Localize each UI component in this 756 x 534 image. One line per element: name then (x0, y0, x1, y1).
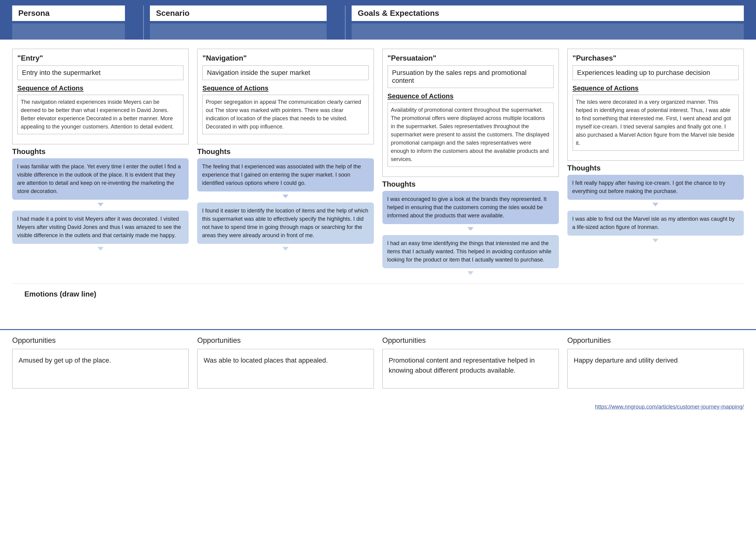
header-goals-col: Goals & Expectations (352, 6, 744, 39)
purchases-actions: The isles were decorated in a very organ… (573, 95, 739, 151)
footer-link[interactable]: https://www.nngroup.com/articles/custome… (595, 404, 744, 410)
purchases-column: "Purchases" Experiences leading up to pu… (567, 49, 744, 271)
opp-navigation-box: Was able to located places that appealed… (197, 349, 374, 389)
header-scenario-col: Scenario (150, 6, 327, 39)
purchases-sequence-header: Sequence of Actions (573, 84, 739, 92)
purchases-title: "Purchases" (573, 54, 739, 63)
emotions-label: Emotions (draw line) (24, 290, 96, 298)
navigation-column: "Navigation" Navigation inside the super… (197, 49, 374, 271)
purchases-thought2: I was able to find out the Marvel isle a… (567, 211, 744, 236)
purchases-thought1: I felt really happy after having ice-cre… (567, 175, 744, 200)
scenario-input[interactable] (150, 23, 327, 39)
opp-entry-col: Opportunities Amused by get up of the pl… (12, 336, 189, 389)
persuasion-thoughts-label: Thoughts (382, 180, 559, 189)
goals-input[interactable] (352, 23, 744, 39)
opp-entry-box: Amused by get up of the place. (12, 349, 189, 389)
entry-thought1: I was familiar with the place. Yet every… (12, 158, 189, 200)
opp-navigation-title: Opportunities (197, 336, 374, 344)
navigation-actions: Proper segregation in appeal The communi… (202, 95, 368, 134)
purchases-subtitle: Experiences leading up to purchase decis… (573, 65, 739, 80)
entry-stage-card: "Entry" Entry into the supermarket Seque… (12, 49, 189, 144)
opp-purchases-title: Opportunities (567, 336, 744, 344)
navigation-thoughts-label: Thoughts (197, 147, 374, 156)
entry-subtitle: Entry into the supermarket (17, 65, 183, 80)
footer: https://www.nngroup.com/articles/custome… (0, 401, 756, 413)
journey-row: "Entry" Entry into the supermarket Seque… (12, 49, 744, 271)
persuasion-sequence-header: Sequence of Actions (388, 92, 554, 100)
emotions-row: Emotions (draw line) (12, 283, 744, 320)
purchases-stage-card: "Purchases" Experiences leading up to pu… (567, 49, 744, 161)
opportunities-section: Opportunities Amused by get up of the pl… (0, 329, 756, 401)
purchases-thoughts-label: Thoughts (567, 164, 744, 172)
navigation-title: "Navigation" (202, 54, 368, 63)
opp-entry-title: Opportunities (12, 336, 189, 344)
opp-purchases-col: Opportunities Happy departure and utilit… (567, 336, 744, 389)
entry-title: "Entry" (17, 54, 183, 63)
opportunities-row: Opportunities Amused by get up of the pl… (12, 336, 744, 389)
opp-persuasion-col: Opportunities Promotional content and re… (382, 336, 559, 389)
persuasion-column: "Persuataion" Pursuation by the sales re… (382, 49, 559, 271)
navigation-thought2: I found it easier to identify the locati… (197, 202, 374, 244)
persuasion-stage-card: "Persuataion" Pursuation by the sales re… (382, 49, 559, 177)
entry-thoughts-label: Thoughts (12, 147, 189, 156)
navigation-thought1: The feeling that I experienced was assoc… (197, 158, 374, 191)
header-divider-1 (143, 6, 144, 39)
entry-sequence-header: Sequence of Actions (17, 84, 183, 92)
persuasion-actions: Availability of promotional content thro… (388, 103, 554, 167)
goals-label: Goals & Expectations (352, 6, 744, 21)
opp-persuasion-title: Opportunities (382, 336, 559, 344)
opp-persuasion-box: Promotional content and representative h… (382, 349, 559, 389)
main-content: "Entry" Entry into the supermarket Seque… (0, 39, 756, 320)
persuasion-subtitle: Pursuation by the sales reps and promoti… (388, 65, 554, 88)
opp-navigation-col: Opportunities Was able to located places… (197, 336, 374, 389)
header: Persona Scenario Goals & Expectations (0, 0, 756, 39)
entry-thought2: I had made it a point to visit Meyers af… (12, 211, 189, 244)
header-persona-col: Persona (12, 6, 125, 39)
persuasion-title: "Persuataion" (388, 54, 554, 63)
persuasion-thought1: I was encouraged to give a look at the b… (382, 191, 559, 224)
scenario-label: Scenario (150, 6, 327, 21)
persona-label: Persona (12, 6, 125, 21)
opp-purchases-box: Happy departure and utility derived (567, 349, 744, 389)
persuasion-thought2: I had an easy time identifying the thing… (382, 235, 559, 268)
persona-input[interactable] (12, 23, 125, 39)
entry-column: "Entry" Entry into the supermarket Seque… (12, 49, 189, 271)
entry-actions: The navigation related experiences insid… (17, 95, 183, 134)
navigation-sequence-header: Sequence of Actions (202, 84, 368, 92)
navigation-subtitle: Navigation inside the super market (202, 65, 368, 80)
header-divider-2 (345, 6, 345, 39)
navigation-stage-card: "Navigation" Navigation inside the super… (197, 49, 374, 144)
